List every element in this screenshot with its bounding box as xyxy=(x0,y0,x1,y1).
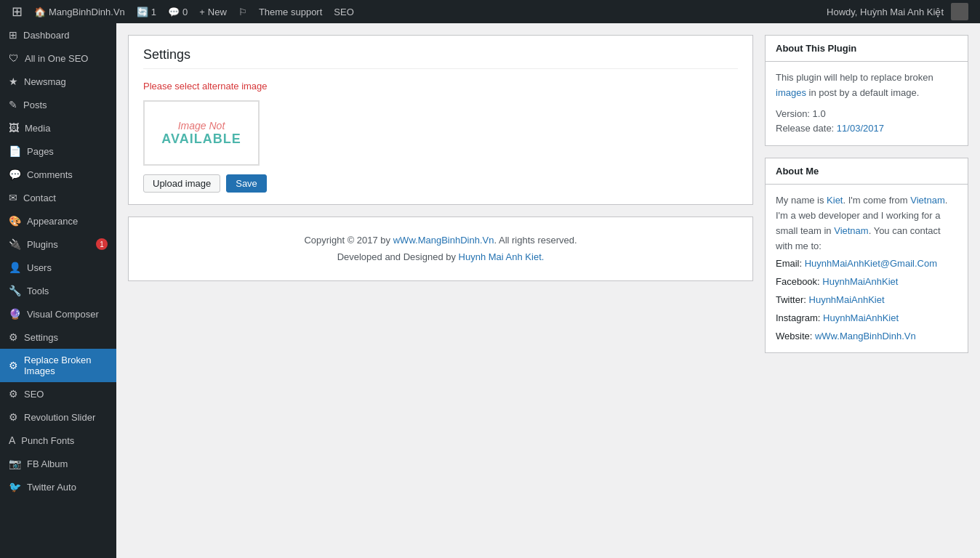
developed-by-text: Developed and Designed by xyxy=(337,251,459,262)
sidebar-item-settings[interactable]: ⚙Settings xyxy=(0,326,116,349)
wp-icon-bar[interactable]: ⚐ xyxy=(233,0,253,23)
admin-bar: ⊞ 🏠 MangBinhDinh.Vn 🔄 1 💬 0 + New ⚐ Them… xyxy=(0,0,980,23)
sidebar-item-revolution-slider[interactable]: ⚙Revolution Slider xyxy=(0,405,116,429)
side-panel: About This Plugin This plugin will help … xyxy=(765,35,968,546)
instagram-link[interactable]: HuynhMaiAnhKiet xyxy=(823,312,899,323)
upload-image-button[interactable]: Upload image xyxy=(143,174,220,193)
sidebar-label-visual-composer: Visual Composer xyxy=(27,309,99,320)
sidebar-label-appearance: Appearance xyxy=(27,216,78,227)
badge-plugins: 1 xyxy=(96,238,108,250)
about-me-title: About Me xyxy=(766,158,968,185)
image-not-available-line1: Image Not xyxy=(178,120,225,132)
sidebar-item-users[interactable]: 👤Users xyxy=(0,256,116,279)
sidebar-item-contact[interactable]: ✉Contact xyxy=(0,186,116,209)
sidebar-label-replace-broken-images: Replace Broken Images xyxy=(24,355,108,376)
contact-instagram: Instagram: HuynhMaiAnhKiet xyxy=(776,311,957,326)
save-button[interactable]: Save xyxy=(226,174,267,193)
sidebar-label-settings: Settings xyxy=(24,332,58,343)
sidebar-item-comments[interactable]: 💬Comments xyxy=(0,163,116,186)
seo-link[interactable]: SEO xyxy=(328,0,359,23)
contact-email: Email: HuynhMaiAnhKiet@Gmail.Com xyxy=(776,256,957,272)
sidebar-item-twitter-auto[interactable]: 🐦Twitter Auto xyxy=(0,475,116,498)
sidebar-label-posts: Posts xyxy=(23,100,47,110)
about-plugin-description: This plugin will help to replace broken … xyxy=(776,72,933,98)
sidebar-label-newsmag: Newsmag xyxy=(24,76,66,87)
replace-broken-images-icon: ⚙ xyxy=(9,360,18,371)
sidebar-item-replace-broken-images[interactable]: ⚙Replace Broken Images xyxy=(0,349,116,382)
footer-box: Copyright © 2017 by wWw.MangBinhDinh.Vn.… xyxy=(128,217,753,281)
comment-icon: 💬 xyxy=(168,7,180,17)
sidebar-item-posts[interactable]: ✎Posts xyxy=(0,93,116,116)
sidebar-label-tools: Tools xyxy=(27,286,49,296)
sidebar-label-dashboard: Dashboard xyxy=(23,30,70,41)
footer-line1: Copyright © 2017 by wWw.MangBinhDinh.Vn.… xyxy=(143,232,738,248)
twitter-link[interactable]: HuynhMaiAnhKiet xyxy=(809,294,885,305)
facebook-link[interactable]: HuynhMaiAnhKiet xyxy=(822,276,898,287)
contact-website: Website: wWw.MangBinhDinh.Vn xyxy=(776,329,957,344)
sidebar-label-media: Media xyxy=(25,123,50,134)
sidebar-label-all-in-one-seo: All in One SEO xyxy=(25,53,88,64)
sidebar-label-revolution-slider: Revolution Slider xyxy=(24,412,95,423)
email-link[interactable]: HuynhMaiAnhKiet@Gmail.Com xyxy=(805,258,937,269)
updates[interactable]: 🔄 1 xyxy=(131,0,162,23)
comments-link[interactable]: 💬 0 xyxy=(162,0,193,23)
about-plugin-box: About This Plugin This plugin will help … xyxy=(765,35,968,146)
sidebar-label-fb-album: FB Album xyxy=(27,458,68,469)
site-link[interactable]: wWw.MangBinhDinh.Vn xyxy=(393,235,494,246)
settings-box: Settings Please select alternate image I… xyxy=(128,35,753,205)
all-in-one-seo-icon: 🛡 xyxy=(9,52,19,64)
sidebar-label-punch-fonts: Punch Fonts xyxy=(21,435,74,446)
theme-support-link[interactable]: Theme support xyxy=(253,0,328,23)
tools-icon: 🔧 xyxy=(9,285,21,296)
avatar xyxy=(951,3,968,20)
website-link[interactable]: wWw.MangBinhDinh.Vn xyxy=(815,331,916,341)
copyright-text: Copyright © 2017 by xyxy=(304,235,393,246)
site-name[interactable]: 🏠 MangBinhDinh.Vn xyxy=(28,0,131,23)
contact-twitter: Twitter: HuynhMaiAnhKiet xyxy=(776,293,957,308)
image-not-available-line2: AVAILABLE xyxy=(161,132,241,147)
sidebar-item-media[interactable]: 🖼Media xyxy=(0,116,116,140)
main-panel: Settings Please select alternate image I… xyxy=(128,35,753,546)
release-date-text: Release date: 11/03/2017 xyxy=(776,121,957,137)
sidebar-item-visual-composer[interactable]: 🔮Visual Composer xyxy=(0,302,116,326)
sidebar-item-seo[interactable]: ⚙SEO xyxy=(0,382,116,405)
about-me-box: About Me My name is Kiet. I'm come from … xyxy=(765,158,968,353)
sidebar-label-plugins: Plugins xyxy=(27,239,58,250)
sidebar-item-newsmag[interactable]: ★Newsmag xyxy=(0,70,116,93)
howdy-user[interactable]: Howdy, Huỳnh Mai Anh Kiệt xyxy=(821,0,974,23)
home-icon: 🏠 xyxy=(34,7,46,17)
sidebar-item-plugins[interactable]: 🔌Plugins1 xyxy=(0,232,116,256)
media-icon: 🖼 xyxy=(9,122,19,134)
plugins-icon: 🔌 xyxy=(9,238,21,250)
new-content[interactable]: + New xyxy=(193,0,233,23)
punch-fonts-icon: A xyxy=(9,434,15,446)
sidebar-label-seo: SEO xyxy=(24,389,44,400)
pages-icon: 📄 xyxy=(9,145,21,157)
sidebar-item-all-in-one-seo[interactable]: 🛡All in One SEO xyxy=(0,46,116,70)
appearance-icon: 🎨 xyxy=(9,215,21,227)
wp-logo[interactable]: ⊞ xyxy=(6,0,28,23)
settings-title: Settings xyxy=(143,47,738,69)
sidebar-label-contact: Contact xyxy=(23,193,56,203)
twitter-auto-icon: 🐦 xyxy=(9,481,21,493)
sidebar-label-pages: Pages xyxy=(27,146,54,157)
revolution-slider-icon: ⚙ xyxy=(9,411,18,423)
about-plugin-content: This plugin will help to replace broken … xyxy=(766,62,968,145)
sidebar-item-pages[interactable]: 📄Pages xyxy=(0,140,116,163)
sidebar-item-punch-fonts[interactable]: APunch Fonts xyxy=(0,429,116,452)
footer-line2: Developed and Designed by Huynh Mai Anh … xyxy=(143,248,738,265)
sidebar-item-dashboard[interactable]: ⊞Dashboard xyxy=(0,23,116,46)
release-date-value: 11/03/2017 xyxy=(837,123,884,134)
sidebar-label-twitter-auto: Twitter Auto xyxy=(27,482,76,493)
sidebar-item-appearance[interactable]: 🎨Appearance xyxy=(0,209,116,232)
dev-link[interactable]: Huynh Mai Anh Kiet. xyxy=(459,251,545,262)
sidebar-item-tools[interactable]: 🔧Tools xyxy=(0,279,116,302)
sidebar-label-users: Users xyxy=(27,262,52,273)
sidebar-label-comments: Comments xyxy=(27,169,73,180)
version-line: Version: 1.0 Release date: 11/03/2017 xyxy=(776,107,957,137)
sidebar-item-fb-album[interactable]: 📷FB Album xyxy=(0,452,116,475)
about-me-content: My name is Kiet. I'm come from Vietnam. … xyxy=(766,185,968,352)
dashboard-icon: ⊞ xyxy=(9,29,17,41)
admin-bar-right: Howdy, Huỳnh Mai Anh Kiệt xyxy=(821,0,974,23)
about-plugin-title: About This Plugin xyxy=(766,36,968,62)
